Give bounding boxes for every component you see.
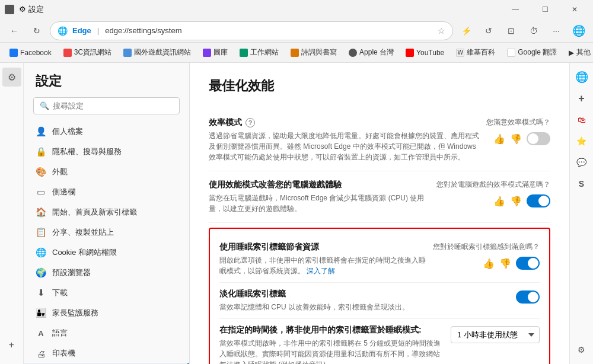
sleep-timer-label: 在指定的時間後，將非使用中的索引標籤置於睡眠模式: <box>219 325 444 336</box>
sleep-timer-info: 在指定的時間後，將非使用中的索引標籤置於睡眠模式: 當效率模式開啟時，非作用中的… <box>219 325 444 364</box>
maximize-button[interactable]: ☐ <box>531 0 559 19</box>
efficiency-mode-label: 效率模式 ? <box>209 117 479 128</box>
game-mode-info: 使用效能模式改善您的電腦遊戲體驗 當您在玩電腦遊戲時，Microsoft Edg… <box>209 180 429 214</box>
chat-panel-button[interactable]: 💬 <box>572 153 591 172</box>
fade-tabs-info: 淡化睡眠索引標籤 當效率記憶體和 CPU 以改善效能時，索引標籤會呈現淡出。 <box>219 289 509 312</box>
game-toggle[interactable] <box>527 194 550 207</box>
content-area: 最佳化效能 效率模式 ? 透過節省電腦資源，協助最大限度地降低用電量。好處可能會… <box>190 63 569 364</box>
sleep-tabs-info: 使用睡眠索引標籤節省資源 開啟此選項後，非使用中的索引標籤將會在指定的時間之後進… <box>219 242 426 276</box>
back-button[interactable]: ← <box>5 21 24 40</box>
nav-item-privacy[interactable]: 🔒 隱私權、搜尋與服務 <box>24 142 189 162</box>
nav-bar: ← ↻ 🌐 Edge | edge://settings/system ☆ ⚡ … <box>0 19 593 43</box>
search-input[interactable] <box>53 101 173 110</box>
bookmark-others[interactable]: ▶ 其他 [我的最愛] <box>564 45 593 60</box>
refresh-button[interactable]: ↻ <box>27 21 46 40</box>
nav-item-default-browser[interactable]: 🌍 預設瀏覽器 <box>24 263 189 283</box>
settings-panel-button[interactable]: ⚙ <box>572 340 591 359</box>
thumbs-down-button[interactable]: 👎 <box>510 133 522 145</box>
window-title: ⚙ 設定 <box>19 4 44 15</box>
efficiency-toggle[interactable] <box>527 132 550 145</box>
nav-item-start[interactable]: 🏠 開始、首頁及新索引標籤 <box>24 202 189 222</box>
title-bar: ⚙ 設定 — ☐ ✕ <box>0 0 593 19</box>
more-button[interactable]: ··· <box>547 21 566 40</box>
cookie-icon: 🌐 <box>36 247 46 258</box>
edge-panel-button[interactable]: 🌐 <box>572 68 591 87</box>
printer-icon: 🖨 <box>36 348 46 359</box>
separator: | <box>97 26 99 35</box>
bookmark-google[interactable]: Google 翻譯 <box>502 45 562 60</box>
minimize-button[interactable]: — <box>502 0 529 19</box>
sleep-tabs-toggle[interactable] <box>516 257 540 270</box>
nav-item-sidebar[interactable]: ▭ 側邊欄 <box>24 182 189 202</box>
privacy-icon: 🔒 <box>36 146 46 157</box>
nav-item-downloads[interactable]: ⬇ 下載 <box>24 283 189 303</box>
youtube-icon <box>406 49 414 57</box>
edge-profile-button[interactable]: 🌐 <box>569 21 588 40</box>
add-panel-button[interactable]: + <box>572 89 591 108</box>
right-panel: 🌐 + 🛍 ⭐ 💬 S ⚙ <box>569 63 593 364</box>
game-controls: 您對於電腦遊戲的效率模式滿意嗎？ 👍 👎 <box>436 180 550 207</box>
game-question: 您對於電腦遊戲的效率模式滿意嗎？ <box>436 180 550 190</box>
sleep-tabs-label: 使用睡眠索引標籤節省資源 <box>219 242 426 253</box>
sleep-tabs-thumbs-up[interactable]: 👍 <box>483 258 495 269</box>
app-icon <box>5 5 14 14</box>
nav-item-cookie[interactable]: 🌐 Cookie 和網站權限 <box>24 242 189 263</box>
nav-item-appearance[interactable]: 🎨 外觀 <box>24 162 189 182</box>
refresh2-button[interactable]: ↺ <box>479 21 498 40</box>
edge-label: Edge <box>72 26 91 35</box>
sidebar-icon: ▭ <box>36 187 46 197</box>
game-thumbs-down-button[interactable]: 👎 <box>510 196 522 207</box>
bookmark-reading[interactable]: 詩詞與書寫 <box>286 45 342 60</box>
game-mode-label: 使用效能模式改善您的電腦遊戲體驗 <box>209 180 429 190</box>
bookmark-facebook[interactable]: Facebook <box>5 46 56 59</box>
appearance-icon: 🎨 <box>36 167 46 177</box>
work-icon <box>240 49 248 57</box>
efficiency-question: 您滿意效率模式嗎？ <box>486 117 550 127</box>
downloads-icon: ⬇ <box>36 288 46 298</box>
sleep-timer-row: 在指定的時間後，將非使用中的索引標籤置於睡眠模式: 當效率模式開啟時，非作用中的… <box>219 319 540 364</box>
split-button[interactable]: ⊡ <box>502 21 521 40</box>
apple-icon <box>349 49 357 57</box>
bookmark-gallery[interactable]: 圖庫 <box>198 45 232 60</box>
bookmark-3c[interactable]: 3C資訊網站 <box>59 45 116 60</box>
collections-panel-button[interactable]: ⭐ <box>572 132 591 151</box>
efficiency-mode-desc: 透過節省電腦資源，協助最大限度地降低用電量。好處可能會根據您的裝置、應用程式及個… <box>209 130 479 162</box>
game-thumbs-up-button[interactable]: 👍 <box>493 196 505 207</box>
settings-sidebar-icon[interactable]: ⚙ <box>2 68 21 87</box>
bookmark-wiki[interactable]: W 維基百科 <box>451 45 500 60</box>
learn-more-link[interactable]: 深入了解 <box>307 267 335 275</box>
address-bar[interactable]: 🌐 Edge | edge://settings/system ☆ <box>50 21 453 40</box>
bookmark-work[interactable]: 工作網站 <box>235 45 283 60</box>
nav-item-share[interactable]: 📋 分享、複製並貼上 <box>24 222 189 242</box>
bookmark-youtube[interactable]: YouTube <box>401 46 449 59</box>
sleep-timer-select[interactable]: 5 分鐘非使用狀態 15 分鐘非使用狀態 30 分鐘非使用狀態 1 小時非使用狀… <box>451 326 540 343</box>
bookmark-star-icon[interactable]: ☆ <box>438 26 445 36</box>
shopping-panel-button[interactable]: 🛍 <box>572 110 591 129</box>
lightning-button[interactable]: ⚡ <box>457 21 476 40</box>
sleep-tabs-thumbs-down[interactable]: 👎 <box>499 258 511 269</box>
close-button[interactable]: ✕ <box>561 0 588 19</box>
efficiency-info-icon[interactable]: ? <box>246 118 255 127</box>
nav-item-language[interactable]: A 語言 <box>24 323 189 343</box>
bookmark-game[interactable]: 國外遊戲資訊網站 <box>119 45 196 60</box>
history-button[interactable]: ⏱ <box>524 21 543 40</box>
left-icon-sidebar: ⚙ + <box>0 63 24 364</box>
nav-item-printer[interactable]: 🖨 印表機 <box>24 343 189 363</box>
add-sidebar-icon[interactable]: + <box>2 336 21 355</box>
skype-panel-button[interactable]: S <box>572 174 591 193</box>
search-icon: 🔍 <box>40 101 49 110</box>
settings-title: 設定 <box>24 72 189 97</box>
facebook-icon <box>9 49 18 57</box>
fade-tabs-toggle[interactable] <box>516 290 540 304</box>
address-text[interactable]: edge://settings/system <box>105 26 181 35</box>
wiki-icon: W <box>456 49 464 57</box>
sleep-timer-desc: 當效率模式開啟時，非作用中的索引標籤將在 5 分鐘或更短的時間後進入睡眠狀態。實… <box>219 338 444 364</box>
nav-item-profile[interactable]: 👤 個人檔案 <box>24 122 189 142</box>
bookmarks-bar: Facebook 3C資訊網站 國外遊戲資訊網站 圖庫 工作網站 詩詞與書寫 A… <box>0 43 593 63</box>
bookmark-apple[interactable]: Apple 台灣 <box>344 45 398 60</box>
sleep-tabs-row: 使用睡眠索引標籤節省資源 開啟此選項後，非使用中的索引標籤將會在指定的時間之後進… <box>219 236 540 283</box>
nav-item-family[interactable]: 👨‍👧 家長監護服務 <box>24 303 189 323</box>
game-mode-row: 使用效能模式改善您的電腦遊戲體驗 當您在玩電腦遊戲時，Microsoft Edg… <box>209 171 550 223</box>
thumbs-up-button[interactable]: 👍 <box>493 133 505 145</box>
search-box[interactable]: 🔍 <box>33 97 180 114</box>
